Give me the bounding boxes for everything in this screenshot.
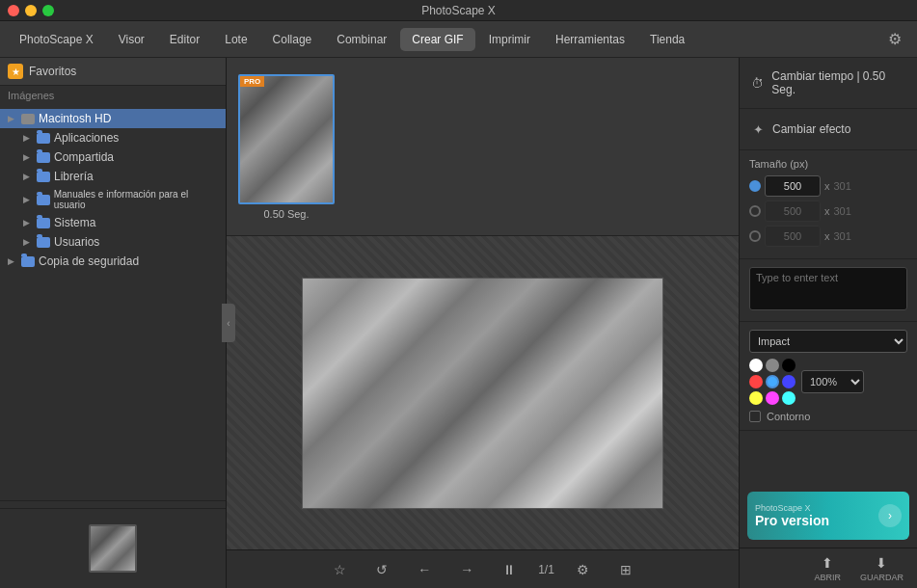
font-size-select[interactable]: 100% bbox=[801, 370, 864, 393]
fullscreen-button[interactable] bbox=[42, 5, 54, 16]
title-bar: PhotoScape X bbox=[0, 0, 917, 21]
menu-item-collage[interactable]: Collage bbox=[261, 28, 324, 51]
menu-item-editor[interactable]: Editor bbox=[158, 28, 211, 51]
tree-item-libreria[interactable]: ▶ Librería bbox=[0, 167, 226, 186]
settings-button[interactable]: ⚙ bbox=[880, 25, 909, 54]
open-button[interactable]: ⬆ ABRIR bbox=[808, 551, 847, 586]
arrow-icon: ▶ bbox=[23, 152, 33, 162]
tree-label: Manuales e información para el usuario bbox=[54, 189, 218, 210]
tree-item-usuarios[interactable]: ▶ Usuarios bbox=[0, 232, 226, 252]
menu-item-crear-gif[interactable]: Crear GIF bbox=[400, 28, 474, 51]
tree-label: Copia de seguridad bbox=[39, 254, 139, 268]
change-time-row[interactable]: ⏱ Cambiar tiempo | 0.50 Seg. bbox=[749, 66, 907, 100]
tree-item-sistema[interactable]: ▶ Sistema bbox=[0, 213, 226, 232]
thumbnail-image bbox=[91, 526, 135, 571]
size-width-2 bbox=[765, 200, 821, 222]
thumbnail-image bbox=[240, 76, 333, 202]
size-row-3: x 301 bbox=[749, 226, 907, 247]
size-width-3 bbox=[765, 226, 821, 247]
canvas-area bbox=[227, 236, 739, 549]
color-blue[interactable] bbox=[766, 375, 779, 388]
settings-button[interactable]: ⚙ bbox=[570, 556, 597, 583]
color-red[interactable] bbox=[749, 375, 763, 388]
star-button[interactable]: ☆ bbox=[326, 556, 353, 583]
color-picker bbox=[749, 359, 796, 405]
center-area: PRO 0.50 Seg. ☆ ↺ ← → ⏸ 1/1 ⚙ ⊞ bbox=[227, 58, 739, 588]
size-radio-2[interactable] bbox=[749, 205, 761, 217]
contorno-checkbox[interactable] bbox=[749, 411, 761, 422]
size-height-1: 301 bbox=[834, 180, 851, 192]
sidebar-favorites[interactable]: ★ Favoritos bbox=[0, 58, 226, 86]
film-thumbnail[interactable]: PRO bbox=[238, 74, 335, 204]
rotate-left-button[interactable]: ↺ bbox=[368, 556, 395, 583]
tree-item-compartida[interactable]: ▶ Compartida bbox=[0, 147, 226, 167]
contorno-row: Contorno bbox=[749, 411, 907, 422]
menu-item-visor[interactable]: Visor bbox=[107, 28, 156, 51]
font-select[interactable]: Impact bbox=[749, 330, 907, 353]
collapse-handle[interactable]: ‹ bbox=[222, 304, 235, 342]
grid-button[interactable]: ⊞ bbox=[612, 556, 639, 583]
pro-small-text: PhotoScape X bbox=[755, 503, 873, 513]
tree-label: Macintosh HD bbox=[39, 112, 111, 125]
color-darkblue[interactable] bbox=[782, 375, 796, 388]
tree-item-aplicaciones[interactable]: ▶ Aplicaciones bbox=[0, 128, 226, 147]
tree-label: Sistema bbox=[54, 216, 95, 229]
size-row-1: x 301 bbox=[749, 175, 907, 197]
font-section: Impact 100% bbox=[740, 322, 917, 431]
sidebar: ★ Favoritos Imágenes ▶ Macintosh HD ▶ Ap… bbox=[0, 58, 227, 588]
forward-button[interactable]: → bbox=[453, 556, 480, 583]
menu-item-tienda[interactable]: Tienda bbox=[638, 28, 696, 51]
arrow-icon: ▶ bbox=[8, 114, 17, 123]
change-effect-row[interactable]: ✦ Cambiar efecto bbox=[749, 117, 907, 142]
arrow-icon: ▶ bbox=[23, 172, 33, 181]
color-cyan[interactable] bbox=[782, 391, 796, 405]
size-radio-3[interactable] bbox=[749, 230, 761, 242]
color-pink[interactable] bbox=[766, 391, 779, 405]
window-title: PhotoScape X bbox=[421, 4, 496, 17]
tree-item-copia[interactable]: ▶ Copia de seguridad bbox=[0, 252, 226, 271]
arrow-icon: ▶ bbox=[23, 237, 33, 247]
film-strip: PRO 0.50 Seg. bbox=[227, 58, 739, 236]
clock-icon: ⏱ bbox=[749, 74, 766, 92]
text-input[interactable] bbox=[749, 267, 907, 310]
film-frame[interactable]: PRO 0.50 Seg. bbox=[238, 74, 335, 220]
color-black[interactable] bbox=[782, 359, 796, 372]
images-label: Imágenes bbox=[0, 86, 226, 105]
size-radio-1[interactable] bbox=[749, 180, 761, 192]
size-width-1[interactable] bbox=[765, 175, 821, 197]
color-yellow[interactable] bbox=[749, 391, 763, 405]
frame-counter: 1/1 bbox=[538, 563, 554, 576]
color-gray[interactable] bbox=[766, 359, 779, 372]
minimize-button[interactable] bbox=[25, 5, 37, 16]
action-bar: ⬆ ABRIR ⬇ GUARDAR bbox=[740, 548, 917, 588]
font-size-row: 100% bbox=[749, 359, 907, 405]
pause-button[interactable]: ⏸ bbox=[496, 556, 523, 583]
menu-item-imprimir[interactable]: Imprimir bbox=[477, 28, 542, 51]
folder-icon bbox=[37, 195, 50, 205]
hdd-icon bbox=[21, 114, 35, 124]
bottom-bar: ☆ ↺ ← → ⏸ 1/1 ⚙ ⊞ bbox=[227, 549, 739, 588]
menu-item-lote[interactable]: Lote bbox=[213, 28, 258, 51]
size-row-2: x 301 bbox=[749, 200, 907, 222]
menu-item-combinar[interactable]: Combinar bbox=[325, 28, 398, 51]
open-icon: ⬆ bbox=[822, 555, 833, 571]
folder-icon bbox=[37, 172, 50, 182]
save-button[interactable]: ⬇ GUARDAR bbox=[854, 551, 909, 586]
arrow-icon: ▶ bbox=[23, 218, 33, 227]
tree-item-manuales[interactable]: ▶ Manuales e información para el usuario bbox=[0, 186, 226, 213]
menu-bar: PhotoScape X Visor Editor Lote Collage C… bbox=[0, 21, 917, 58]
menu-item-herramientas[interactable]: Herramientas bbox=[544, 28, 636, 51]
size-title: Tamaño (px) bbox=[749, 158, 907, 170]
tree-label: Librería bbox=[54, 170, 94, 183]
arrow-icon: ▶ bbox=[23, 133, 33, 143]
pro-banner[interactable]: PhotoScape X Pro version › bbox=[747, 492, 909, 540]
film-label: 0.50 Seg. bbox=[263, 208, 309, 220]
back-button[interactable]: ← bbox=[411, 556, 438, 583]
open-label: ABRIR bbox=[814, 573, 841, 582]
tree-item-macintosh[interactable]: ▶ Macintosh HD bbox=[0, 109, 226, 128]
color-white[interactable] bbox=[749, 359, 763, 372]
menu-item-photoscape[interactable]: PhotoScape X bbox=[8, 28, 105, 51]
close-button[interactable] bbox=[8, 5, 19, 16]
arrow-icon: ▶ bbox=[23, 195, 33, 204]
folder-icon bbox=[37, 152, 50, 163]
